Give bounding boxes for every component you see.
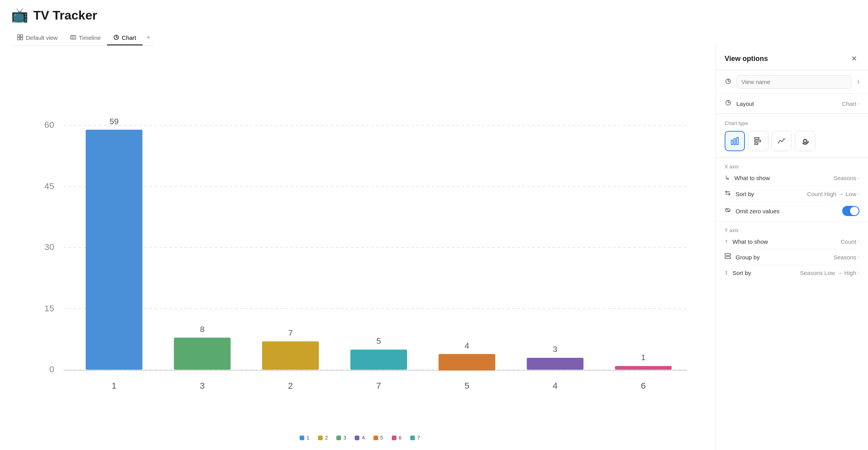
y-axis-what-icon: ↑ [725,238,728,245]
layout-row[interactable]: Layout Chart › [716,94,868,114]
chart-svg: 0 15 30 45 60 59 1 [20,57,700,430]
bar-1 [86,130,142,370]
svg-text:59: 59 [109,117,118,126]
svg-point-45 [804,139,807,143]
svg-text:15: 15 [45,304,54,313]
svg-rect-2 [18,38,20,40]
layout-value: Chart › [842,100,859,107]
view-name-row: ℹ [716,70,868,94]
y-axis-sort-icon: ↕ [725,269,728,276]
legend-item-6: 6 [392,435,402,441]
svg-rect-40 [737,138,738,145]
svg-rect-4 [71,35,76,39]
toggle-knob [850,207,859,215]
x-axis-sort-icon [725,190,731,198]
tabs-bar: Default view Timeline Chart + [11,30,154,46]
add-tab-button[interactable]: + [143,30,155,46]
svg-text:8: 8 [200,325,205,334]
y-axis-sort-row[interactable]: ↕ Sort by Seasons Low → High › [725,265,859,280]
svg-text:7: 7 [376,381,381,391]
bar-3 [174,338,230,370]
chart-wrapper: 0 15 30 45 60 59 1 [20,57,700,430]
chart-type-buttons [725,131,859,151]
svg-text:4: 4 [464,341,469,350]
legend-label-5: 5 [380,435,383,441]
svg-rect-48 [725,254,730,255]
panel-title: View options [725,55,768,63]
y-axis-what-value: Count › [841,238,859,245]
panel-close-button[interactable]: ✕ [849,54,859,64]
svg-point-44 [802,138,808,144]
x-axis-omit-label: Omit zero values [736,208,838,214]
y-axis-label: Y axis [725,227,859,233]
bar-2 [262,341,319,370]
svg-text:5: 5 [464,381,470,391]
svg-rect-43 [755,143,758,145]
tab-chart-label: Chart [122,34,136,41]
app-container: 📺 TV Tracker Default view Timeline [0,0,868,450]
layout-icon [725,99,732,108]
app-title: 📺 TV Tracker [11,7,857,23]
view-options-panel: View options ✕ ℹ Layout Chart › [716,46,868,450]
y-axis-group-value: Seasons › [834,254,859,261]
view-name-icon [725,78,732,86]
bar-4 [527,358,583,370]
bar-6 [615,366,672,370]
app-title-text: TV Tracker [33,8,97,23]
svg-rect-0 [18,34,20,37]
x-axis-sort-chevron: › [858,191,859,196]
omit-zero-toggle[interactable] [842,206,859,216]
legend-label-1: 1 [307,435,309,441]
svg-rect-42 [755,140,761,142]
svg-text:0: 0 [49,364,54,374]
legend-item-4: 4 [355,435,364,441]
tab-timeline-label: Timeline [79,34,101,41]
x-axis-sort-label: Sort by [736,191,802,197]
y-axis-group-label: Group by [736,254,829,261]
tab-timeline[interactable]: Timeline [64,31,107,45]
svg-text:4: 4 [553,381,558,391]
default-view-icon [17,34,23,41]
y-axis-what-to-show-row[interactable]: ↑ What to show Count › [725,234,859,249]
svg-text:45: 45 [45,181,54,191]
svg-rect-39 [734,139,736,145]
svg-text:2: 2 [288,381,293,391]
legend-item-2: 2 [318,435,328,441]
svg-text:30: 30 [45,242,54,252]
svg-text:1: 1 [112,381,117,391]
svg-text:60: 60 [45,120,54,130]
y-axis-what-label: What to show [732,238,836,245]
tab-chart[interactable]: Chart [107,31,143,45]
svg-rect-1 [20,34,23,37]
y-axis-group-by-row[interactable]: Group by Seasons › [725,249,859,265]
svg-rect-3 [20,38,23,40]
x-axis-sort-value: Count High → Low › [807,191,859,197]
chart-type-donut-button[interactable] [795,131,815,151]
tab-default-view[interactable]: Default view [11,31,64,45]
legend-dot-6 [392,436,396,440]
y-axis-sort-chevron: › [858,270,859,275]
chart-type-bar-button[interactable] [725,131,745,151]
x-axis-omit-zero-row[interactable]: Omit zero values [725,202,859,220]
x-axis-what-value: Seasons › [834,175,859,181]
svg-text:3: 3 [553,345,557,354]
app-icon: 📺 [11,7,29,23]
layout-label: Layout [736,100,837,107]
chart-type-hbar-button[interactable] [748,131,768,151]
legend-dot-4 [355,436,359,440]
y-axis-sort-value: Seasons Low → High › [800,270,859,276]
x-axis-sort-row[interactable]: Sort by Count High → Low › [725,186,859,202]
y-axis-group-icon [725,253,731,261]
svg-text:7: 7 [288,328,293,337]
bar-7 [350,350,407,370]
view-name-info-icon: ℹ [857,79,859,85]
header: 📺 TV Tracker Default view Timeline [0,0,868,46]
x-axis-what-to-show-row[interactable]: ↳ What to show Seasons › [725,170,859,186]
svg-text:1: 1 [641,353,646,362]
svg-rect-41 [755,138,759,139]
chart-type-section: Chart type [716,114,868,158]
svg-text:6: 6 [641,381,646,391]
chart-type-line-button[interactable] [772,131,792,151]
view-name-input[interactable] [736,75,851,89]
layout-chevron: › [858,101,859,106]
